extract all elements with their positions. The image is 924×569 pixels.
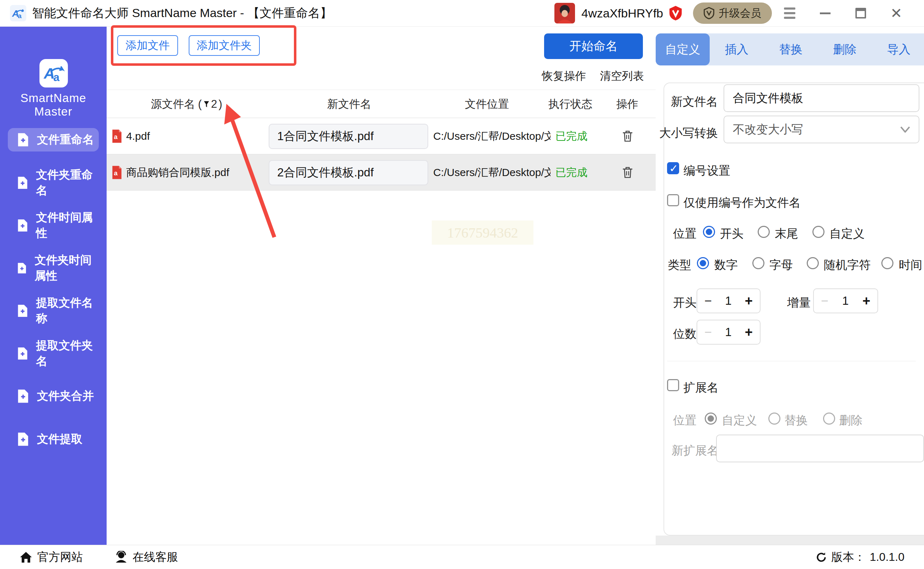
online-support-link[interactable]: 在线客服 xyxy=(115,549,178,565)
minus-button[interactable]: − xyxy=(704,294,712,307)
ext-position-option-custom[interactable]: 自定义 xyxy=(722,412,757,429)
type-radio-number[interactable] xyxy=(697,257,709,269)
position-option-custom[interactable]: 自定义 xyxy=(830,226,865,242)
extension-checkbox[interactable] xyxy=(667,379,679,391)
add-file-button[interactable]: 添加文件 xyxy=(117,35,178,56)
sidebar-item-extract-filename[interactable]: 提取文件名称 xyxy=(8,299,99,323)
plus-button[interactable]: + xyxy=(745,326,753,339)
start-number-stepper: − 1 + xyxy=(696,288,760,313)
type-radio-letter[interactable] xyxy=(753,257,765,269)
doc-plus-icon xyxy=(17,218,28,233)
type-option-random[interactable]: 随机字符 xyxy=(824,257,871,273)
refresh-icon[interactable] xyxy=(816,552,827,563)
ext-position-option-delete[interactable]: 删除 xyxy=(839,412,863,429)
new-name-field[interactable] xyxy=(724,84,919,112)
member-shield-icon xyxy=(704,7,714,19)
new-name-input[interactable] xyxy=(269,160,428,185)
minus-button[interactable]: − xyxy=(821,294,828,307)
digits-stepper: − 1 + xyxy=(696,320,760,345)
official-website-link[interactable]: 官方网站 xyxy=(20,549,83,565)
window-title: 智能文件命名大师 SmartName Master - 【文件重命名】 xyxy=(32,5,332,21)
source-header-close: ) xyxy=(218,98,222,111)
svg-text:a: a xyxy=(114,133,118,141)
sidebar-item-folder-merge[interactable]: 文件夹合并 xyxy=(8,385,99,408)
position-option-start[interactable]: 开头 xyxy=(720,226,743,242)
type-option-number[interactable]: 数字 xyxy=(714,257,738,273)
type-label: 类型 xyxy=(668,257,691,273)
sidebar-item-extract-foldername[interactable]: 提取文件夹名 xyxy=(8,342,99,365)
doc-plus-icon xyxy=(17,432,29,446)
doc-plus-icon xyxy=(17,176,28,190)
type-radio-random[interactable] xyxy=(807,257,819,269)
plus-button[interactable]: + xyxy=(745,294,753,307)
add-folder-label: 添加文件夹 xyxy=(197,38,252,53)
new-extension-field[interactable] xyxy=(716,435,924,462)
sidebar-item-file-rename[interactable]: 文件重命名 xyxy=(8,128,99,152)
menu-button[interactable] xyxy=(772,3,807,24)
ext-position-radio-custom[interactable] xyxy=(705,412,717,424)
app-logo-icon: A a xyxy=(10,5,26,21)
sidebar-item-folder-rename[interactable]: 文件夹重命名 xyxy=(8,171,99,195)
delete-row-button[interactable] xyxy=(618,154,637,191)
panel-footer-strip xyxy=(656,536,924,545)
clear-list-button[interactable]: 清空列表 xyxy=(600,68,644,84)
delete-row-button[interactable] xyxy=(618,118,637,154)
file-location: C:/Users/汇帮/Desktop/文件 xyxy=(433,154,551,191)
minimize-icon xyxy=(820,12,830,14)
position-option-end[interactable]: 末尾 xyxy=(775,226,798,242)
type-option-time[interactable]: 时间 xyxy=(899,257,922,273)
version-number: 1.0.1.0 xyxy=(869,551,904,564)
type-radio-time[interactable] xyxy=(882,257,894,269)
plus-button[interactable]: + xyxy=(863,294,870,307)
position-radio-start[interactable] xyxy=(703,226,715,238)
table-row: a 商品购销合同模版.pdf C:/Users/汇帮/Desktop/文件 已完… xyxy=(107,154,656,191)
case-convert-label: 大小写转换 xyxy=(658,125,718,141)
maximize-button[interactable] xyxy=(843,3,878,24)
hamburger-icon xyxy=(784,8,795,19)
case-convert-select[interactable]: 不改变大小写 xyxy=(724,116,919,143)
doc-plus-icon xyxy=(17,389,29,403)
minus-button[interactable]: − xyxy=(704,326,712,339)
column-status: 执行状态 xyxy=(542,90,599,119)
add-folder-button[interactable]: 添加文件夹 xyxy=(189,35,260,56)
start-rename-button[interactable]: 开始命名 xyxy=(544,33,643,59)
filter-icon xyxy=(203,100,210,108)
increment-value: 1 xyxy=(842,294,849,307)
svg-text:a: a xyxy=(53,71,60,84)
only-number-checkbox[interactable] xyxy=(667,194,679,206)
type-option-letter[interactable]: 字母 xyxy=(769,257,793,273)
position-radio-end[interactable] xyxy=(758,226,770,238)
headset-person-icon xyxy=(115,551,127,564)
ext-position-option-replace[interactable]: 替换 xyxy=(784,412,808,429)
tab-custom[interactable]: 自定义 xyxy=(656,33,710,65)
version-info: 版本： 1.0.1.0 xyxy=(816,549,904,565)
upgrade-member-button[interactable]: 升级会员 xyxy=(693,3,772,24)
position-label: 位置 xyxy=(673,226,696,242)
minimize-button[interactable] xyxy=(807,3,843,24)
sidebar-item-label: 文件夹合并 xyxy=(37,388,94,404)
upgrade-member-label: 升级会员 xyxy=(719,6,761,21)
ext-position-radio-delete[interactable] xyxy=(823,412,835,424)
close-button[interactable]: ✕ xyxy=(878,3,914,24)
user-avatar[interactable] xyxy=(554,3,575,23)
tab-delete[interactable]: 删除 xyxy=(818,33,872,65)
position-radio-custom[interactable] xyxy=(812,226,824,238)
tab-import[interactable]: 导入 xyxy=(872,33,924,65)
source-file-name: 4.pdf xyxy=(126,118,150,154)
new-name-input[interactable] xyxy=(269,124,428,149)
source-header-label: 源文件名 ( xyxy=(151,97,202,112)
tab-insert[interactable]: 插入 xyxy=(710,33,764,65)
sidebar-item-label: 文件重命名 xyxy=(37,132,94,148)
ext-position-radio-replace[interactable] xyxy=(768,412,780,424)
sidebar-item-file-time[interactable]: 文件时间属性 xyxy=(8,214,99,237)
sidebar-item-file-extract[interactable]: 文件提取 xyxy=(8,428,99,451)
app-window: A a 智能文件命名大师 SmartName Master - 【文件重命名】 … xyxy=(0,0,924,569)
sidebar-item-folder-time[interactable]: 文件夹时间属性 xyxy=(8,256,99,280)
new-extension-label: 新扩展名 xyxy=(672,443,719,459)
tab-replace[interactable]: 替换 xyxy=(764,33,818,65)
increment-stepper: − 1 + xyxy=(813,288,878,313)
undo-button[interactable]: 恢复操作 xyxy=(542,68,586,84)
start-number-label: 开头 xyxy=(673,295,696,311)
numbering-checkbox[interactable] xyxy=(667,162,679,174)
username: 4wzaXfbHRYfb xyxy=(581,6,663,20)
